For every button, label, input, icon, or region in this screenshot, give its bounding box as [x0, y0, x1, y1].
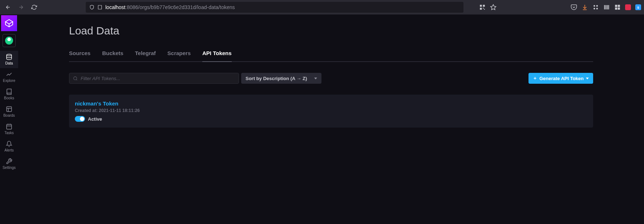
svg-rect-2	[483, 5, 485, 7]
sidebar-item-label: Alerts	[4, 148, 14, 152]
red-badge-icon[interactable]	[625, 4, 631, 10]
database-icon	[6, 54, 12, 60]
sidebar-item-label: Boards	[3, 113, 15, 117]
bars-icon[interactable]	[603, 4, 610, 11]
boards-icon	[6, 106, 12, 112]
tab-scrapers[interactable]: Scrapers	[167, 50, 191, 62]
sidebar-item-label: Tasks	[4, 131, 14, 135]
sidebar-item-books[interactable]: Books	[0, 86, 18, 103]
wrench-icon	[6, 158, 12, 165]
url-bar[interactable]: localhost:8086/orgs/b9b77e9c6e2d331d/loa…	[86, 2, 463, 13]
shield-icon	[89, 5, 94, 10]
svg-rect-18	[618, 8, 620, 10]
svg-marker-6	[491, 5, 496, 10]
search-wrap	[69, 73, 239, 84]
chrome-right: s	[479, 4, 641, 11]
svg-rect-25	[7, 124, 12, 129]
sidebar-item-label: Explore	[3, 79, 15, 83]
bell-icon	[6, 141, 12, 147]
svg-rect-11	[604, 5, 605, 9]
svg-marker-19	[5, 20, 13, 24]
svg-point-9	[594, 8, 595, 10]
svg-rect-22	[7, 107, 12, 112]
sidebar-item-label: Data	[5, 61, 13, 65]
book-icon	[6, 88, 12, 95]
token-created: Created at: 2021-11-11 18:11:26	[75, 108, 587, 113]
grid-icon[interactable]	[614, 4, 621, 11]
star-icon[interactable]	[490, 4, 497, 11]
plus-icon	[533, 76, 537, 80]
svg-point-10	[596, 8, 598, 10]
svg-rect-16	[618, 5, 620, 7]
tab-buckets[interactable]: Buckets	[102, 50, 123, 62]
svg-rect-5	[484, 9, 485, 10]
qr-icon[interactable]	[479, 4, 486, 11]
app: Data Explore Books Boards Tasks Alerts S…	[0, 14, 644, 224]
reload-button[interactable]	[29, 2, 39, 12]
explore-icon	[6, 71, 12, 78]
sidebar-item-explore[interactable]: Explore	[0, 68, 18, 86]
page-icon	[97, 5, 102, 10]
svg-point-7	[594, 5, 595, 7]
blue-badge-icon[interactable]: s	[635, 4, 641, 10]
tab-sources[interactable]: Sources	[69, 50, 90, 62]
svg-point-8	[596, 5, 598, 7]
sidebar-item-boards[interactable]: Boards	[0, 103, 18, 120]
pocket-icon[interactable]	[571, 4, 577, 11]
url-text: localhost:8086/orgs/b9b77e9c6e2d331d/loa…	[105, 4, 235, 10]
page-title: Load Data	[69, 25, 593, 37]
token-card[interactable]: nickman's Token Created at: 2021-11-11 1…	[69, 95, 593, 128]
svg-line-30	[76, 79, 77, 80]
sort-dropdown[interactable]: Sort by Description (A → Z)	[241, 73, 321, 84]
svg-rect-3	[480, 8, 482, 10]
svg-rect-13	[607, 5, 608, 9]
token-name[interactable]: nickman's Token	[75, 100, 587, 107]
sidebar-item-tasks[interactable]: Tasks	[0, 120, 18, 138]
chevron-down-icon	[586, 78, 589, 79]
svg-rect-12	[605, 5, 606, 9]
toggle-label: Active	[88, 116, 102, 122]
forward-button[interactable]	[16, 2, 26, 12]
sidebar-item-data[interactable]: Data	[0, 51, 18, 68]
sidebar-item-settings[interactable]: Settings	[0, 155, 18, 173]
generate-token-button[interactable]: Generate API Token	[528, 73, 593, 84]
sidebar-item-alerts[interactable]: Alerts	[0, 138, 18, 155]
svg-point-21	[7, 54, 12, 56]
search-icon	[73, 76, 78, 81]
sidebar-item-label: Settings	[3, 166, 16, 170]
svg-rect-14	[608, 5, 609, 9]
user-avatar[interactable]	[3, 34, 16, 47]
svg-point-29	[74, 76, 77, 80]
browser-chrome: localhost:8086/orgs/b9b77e9c6e2d331d/loa…	[0, 0, 644, 14]
toolbar: Sort by Description (A → Z) Generate API…	[69, 73, 593, 84]
token-status-row: Active	[75, 116, 587, 122]
tab-api-tokens[interactable]: API Tokens	[202, 50, 232, 62]
main-content: Load Data Sources Buckets Telegraf Scrap…	[18, 14, 644, 224]
svg-rect-15	[615, 5, 617, 7]
svg-rect-0	[98, 5, 101, 9]
svg-rect-1	[480, 5, 482, 7]
sidebar-item-label: Books	[4, 96, 14, 100]
tabs: Sources Buckets Telegraf Scrapers API To…	[69, 50, 593, 62]
svg-rect-17	[615, 8, 617, 10]
svg-rect-4	[483, 8, 484, 9]
sort-label: Sort by Description (A → Z)	[246, 76, 307, 81]
calendar-icon	[6, 123, 12, 130]
active-toggle[interactable]	[75, 116, 85, 122]
search-input[interactable]	[81, 76, 235, 81]
extension-icon[interactable]	[592, 4, 599, 11]
back-button[interactable]	[3, 2, 13, 12]
download-icon[interactable]	[582, 4, 588, 11]
tab-telegraf[interactable]: Telegraf	[135, 50, 156, 62]
generate-label: Generate API Token	[539, 76, 584, 81]
avatar-icon	[5, 37, 13, 45]
sidebar: Data Explore Books Boards Tasks Alerts S…	[0, 14, 18, 224]
app-logo[interactable]	[1, 15, 17, 31]
